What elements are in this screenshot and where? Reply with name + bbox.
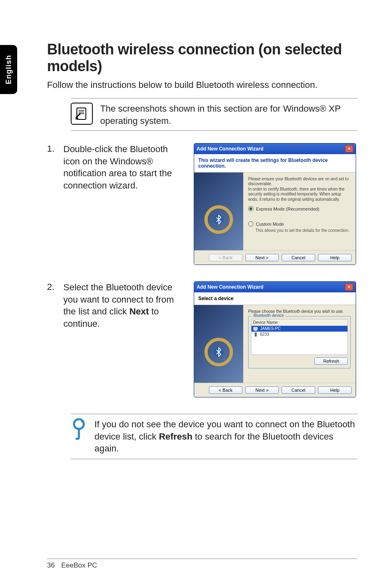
step-1: 1. Double-click the Bluetooth icon on th… — [47, 143, 357, 265]
step-2-number: 2. — [47, 281, 63, 292]
svg-rect-7 — [254, 330, 257, 331]
dialog1-titlebar: Add New Connection Wizard × — [194, 144, 356, 154]
note-block: The screenshots shown in this section ar… — [71, 98, 357, 130]
note-text: The screenshots shown in this section ar… — [100, 102, 357, 127]
bluetooth-ring-icon — [204, 338, 233, 366]
dialog2-title: Add New Connection Wizard — [197, 284, 263, 290]
next-button[interactable]: Next > — [245, 254, 279, 261]
radio-express[interactable]: Express Mode (Recommended) — [248, 206, 351, 211]
page-number: 36 — [47, 561, 59, 570]
step-2-text: Select the Bluetooth device you want to … — [63, 281, 194, 330]
svg-point-10 — [81, 420, 83, 422]
svg-rect-8 — [255, 332, 257, 337]
step-2-screenshot: Add New Connection Wizard × Select a dev… — [194, 281, 357, 397]
step-1-text: Double-click the Bluetooth icon on the W… — [63, 143, 194, 192]
dialog1-banner: This wizard will create the settings for… — [194, 154, 356, 173]
radio-custom[interactable]: Custom Mode — [248, 221, 351, 227]
note-icon — [71, 103, 93, 125]
page-content: Bluetooth wireless connection (on select… — [47, 0, 357, 459]
help-button[interactable]: Help — [318, 254, 352, 261]
dialog2-titlebar: Add New Connection Wizard × — [194, 282, 356, 292]
dialog2-buttons: < Back Next > Cancel Help — [194, 383, 356, 397]
page-footer: 36 EeeBox PC — [47, 559, 357, 570]
back-button: < Back — [209, 254, 242, 261]
cancel-button[interactable]: Cancel — [282, 386, 315, 394]
radio-icon — [248, 221, 253, 227]
dialog2-main: Please choose the Bluetooth device you w… — [243, 305, 356, 383]
radio-custom-label: Custom Mode — [256, 222, 284, 227]
close-icon[interactable]: × — [345, 145, 353, 153]
bluetooth-ring-icon — [204, 205, 233, 234]
dialog-wizard-2: Add New Connection Wizard × Select a dev… — [194, 281, 356, 397]
device-group: Bluetooth device Device Name JAMES-PC 62… — [248, 316, 351, 368]
step-1-screenshot: Add New Connection Wizard × This wizard … — [194, 143, 357, 265]
radio-custom-sub: This allows you to set the details for t… — [256, 228, 351, 233]
device-group-title: Bluetooth device — [252, 313, 285, 318]
cancel-button[interactable]: Cancel — [282, 254, 315, 261]
device-name-1: 6233 — [260, 332, 269, 337]
radio-express-label: Express Mode (Recommended) — [256, 206, 319, 211]
tip-bold: Refresh — [159, 431, 193, 442]
list-item[interactable]: JAMES-PC — [251, 326, 347, 332]
help-button[interactable]: Help — [318, 386, 352, 394]
language-tab: English — [0, 45, 17, 94]
language-tab-label: English — [4, 55, 13, 84]
step-1-number: 1. — [47, 143, 63, 154]
product-name: EeeBox PC — [61, 561, 97, 569]
device-list-header: Device Name — [251, 319, 348, 325]
dialog1-desc: Please ensure your Bluetooth devices are… — [248, 177, 351, 202]
device-list[interactable]: JAMES-PC 6233 — [251, 325, 348, 355]
back-button[interactable]: < Back — [209, 386, 242, 394]
dialog-wizard-1: Add New Connection Wizard × This wizard … — [194, 143, 356, 265]
tip-block: If you do not see the device you want to… — [71, 414, 357, 459]
dialog1-title: Add New Connection Wizard — [197, 146, 263, 152]
step-2: 2. Select the Bluetooth device you want … — [47, 281, 357, 397]
refresh-button[interactable]: Refresh — [314, 357, 348, 365]
step-2-bold: Next — [129, 306, 149, 316]
list-item[interactable]: 6233 — [251, 332, 347, 337]
dialog1-buttons: < Back Next > Cancel Help — [194, 250, 356, 265]
page-title: Bluetooth wireless connection (on select… — [47, 41, 357, 75]
close-icon[interactable]: × — [345, 283, 353, 291]
radio-icon — [248, 206, 253, 211]
dialog1-main: Please ensure your Bluetooth devices are… — [243, 173, 356, 250]
device-name-0: JAMES-PC — [260, 326, 281, 331]
tip-icon — [71, 418, 89, 444]
dialog2-banner: Select a device — [194, 292, 356, 305]
intro-text: Follow the instructions below to build B… — [47, 79, 357, 91]
wizard-side-image — [194, 305, 243, 383]
svg-rect-6 — [253, 327, 258, 330]
wizard-side-image — [194, 173, 243, 250]
next-button[interactable]: Next > — [245, 386, 279, 394]
tip-text: If you do not see the device you want to… — [94, 418, 357, 455]
